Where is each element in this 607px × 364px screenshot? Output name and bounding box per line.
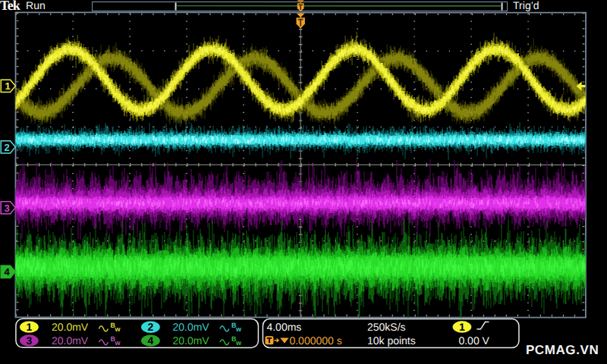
svg-text:0.00 V: 0.00 V	[458, 334, 489, 347]
svg-text:PCMAG.VN: PCMAG.VN	[526, 343, 599, 357]
svg-text:0.000000 s: 0.000000 s	[289, 334, 341, 347]
svg-text:w: w	[235, 325, 242, 333]
svg-text:20.0mV: 20.0mV	[172, 321, 209, 333]
svg-text:2: 2	[5, 142, 10, 153]
svg-text:w: w	[114, 339, 121, 347]
svg-text:20.0mV: 20.0mV	[172, 334, 209, 347]
svg-text:4.00ms: 4.00ms	[266, 321, 301, 333]
svg-text:1: 1	[459, 321, 465, 333]
svg-text:20.0mV: 20.0mV	[52, 321, 89, 333]
svg-text:1: 1	[27, 321, 33, 333]
svg-text:20.0mV: 20.0mV	[52, 334, 89, 347]
svg-text:3: 3	[27, 334, 33, 347]
svg-text:10k points: 10k points	[367, 334, 416, 347]
svg-text:1: 1	[5, 80, 11, 92]
svg-text:Trig’d: Trig’d	[513, 0, 539, 11]
svg-text:4: 4	[148, 334, 154, 347]
svg-text:250kS/s: 250kS/s	[367, 321, 406, 333]
svg-text:3: 3	[4, 202, 9, 214]
svg-text:4: 4	[4, 266, 10, 278]
svg-text:Tek: Tek	[0, 0, 20, 13]
svg-text:w: w	[235, 339, 242, 347]
svg-text:2: 2	[148, 321, 154, 333]
svg-text:w: w	[114, 325, 121, 333]
svg-text:Run: Run	[26, 0, 46, 11]
